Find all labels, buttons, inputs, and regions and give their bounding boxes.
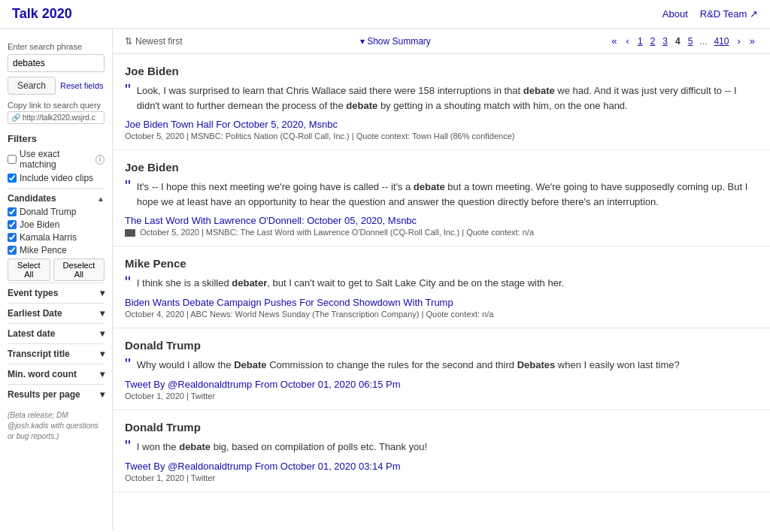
source-meta: October 5, 2020 | MSNBC: Politics Nation… — [125, 131, 758, 141]
earliest-date-section[interactable]: Earliest Date ▾ — [8, 303, 105, 322]
exact-matching-row: Use exact matching i — [8, 149, 105, 170]
quote-block: " Why would I allow the Debate Commissio… — [125, 358, 758, 373]
show-summary-label: Show Summary — [367, 36, 431, 47]
first-page-button[interactable]: « — [608, 35, 620, 47]
source-link[interactable]: The Last Word With Lawrence O'Donnell: O… — [125, 215, 758, 226]
latest-date-chevron-icon: ▾ — [100, 328, 105, 339]
filters-title: Filters — [8, 133, 105, 144]
source-link[interactable]: Tweet By @Realdonaldtrump From October 0… — [125, 379, 758, 390]
exact-matching-checkbox[interactable] — [8, 155, 17, 164]
result-item: Mike Pence " I think she is a skilled de… — [113, 246, 770, 328]
event-types-chevron-icon: ▾ — [100, 288, 105, 298]
result-item: Donald Trump " I won the debate big, bas… — [113, 410, 770, 492]
page-410-button[interactable]: 410 — [711, 35, 731, 47]
page-2-button[interactable]: 2 — [648, 35, 658, 47]
video-clip-icon — [125, 229, 135, 237]
source-link[interactable]: Biden Wants Debate Campaign Pushes For S… — [125, 297, 758, 308]
page-ellipsis: ... — [698, 35, 708, 47]
copy-link-box[interactable]: 🔗 http://talk2020.wsjrd.c — [8, 111, 105, 124]
sort-label-text: Newest first — [135, 36, 183, 47]
result-item: Joe Biden " Look, I was surprised to lea… — [113, 54, 770, 150]
transcript-title-section[interactable]: Transcript title ▾ — [8, 343, 105, 362]
copy-link-label: Copy link to search query — [8, 101, 105, 110]
quote-text: Why would I allow the Debate Commission … — [137, 358, 680, 373]
candidate-row: Kamala Harris — [8, 232, 105, 243]
page-4-button[interactable]: 4 — [673, 35, 683, 47]
earliest-date-label: Earliest Date — [8, 308, 62, 319]
source-meta: October 1, 2020 | Twitter — [125, 473, 758, 482]
speaker-name: Mike Pence — [125, 257, 758, 270]
show-summary-button[interactable]: ▾ Show Summary — [360, 36, 431, 47]
source-meta: October 1, 2020 | Twitter — [125, 391, 758, 401]
speaker-name: Joe Biden — [125, 161, 758, 174]
svg-rect-0 — [125, 229, 132, 237]
rd-team-link[interactable]: R&D Team ↗ — [700, 8, 758, 20]
deselect-all-button[interactable]: Deselect All — [53, 258, 105, 281]
quote-text: Look, I was surprised to learn that Chri… — [137, 83, 758, 113]
quote-text: I think she is a skilled debater, but I … — [137, 276, 564, 291]
source-meta: October 4, 2020 | ABC News: World News S… — [125, 310, 758, 319]
search-input[interactable] — [8, 54, 105, 72]
min-word-count-section[interactable]: Min. word count ▾ — [8, 364, 105, 382]
page-1-button[interactable]: 1 — [635, 35, 645, 47]
results-per-page-chevron-icon: ▾ — [100, 389, 105, 400]
link-icon: 🔗 — [11, 113, 20, 122]
beta-note: (Beta release; DM @josh.kadis with quest… — [8, 410, 105, 442]
source-meta: October 5, 2020 | MSNBC: The Last Word w… — [125, 228, 758, 237]
prev-page-button[interactable]: ‹ — [623, 35, 632, 47]
about-link[interactable]: About — [662, 8, 688, 20]
last-page-button[interactable]: » — [747, 35, 758, 47]
joe-biden-checkbox[interactable] — [8, 220, 17, 229]
results-per-page-section[interactable]: Results per page ▾ — [8, 384, 105, 403]
candidates-list: Donald Trump Joe Biden Kamala Harris Mik… — [8, 207, 105, 255]
quote-block: " It's -- I hope this next meeting we're… — [125, 180, 758, 209]
donald-trump-checkbox[interactable] — [8, 207, 17, 216]
header-links: About R&D Team ↗ — [662, 8, 758, 20]
select-buttons: Select All Deselect All — [8, 258, 105, 281]
video-clips-checkbox[interactable] — [8, 174, 17, 183]
transcript-chevron-icon: ▾ — [100, 349, 105, 359]
quote-mark-icon: " — [125, 178, 131, 209]
earliest-date-chevron-icon: ▾ — [100, 308, 105, 319]
transcript-title-label: Transcript title — [8, 349, 70, 359]
page-3-button[interactable]: 3 — [660, 35, 670, 47]
event-types-section[interactable]: Event types ▾ — [8, 283, 105, 301]
next-page-button[interactable]: › — [734, 35, 743, 47]
candidates-section-header[interactable]: Candidates ▲ — [8, 188, 105, 207]
header: Talk 2020 About R&D Team ↗ — [0, 0, 770, 29]
select-all-button[interactable]: Select All — [8, 258, 50, 281]
sort-icon: ⇅ — [125, 36, 132, 47]
toolbar: ⇅ Newest first ▾ Show Summary « ‹ 1 2 3 … — [113, 29, 770, 54]
kamala-harris-label: Kamala Harris — [20, 232, 77, 243]
candidate-row: Mike Pence — [8, 245, 105, 255]
page-5-button[interactable]: 5 — [686, 35, 696, 47]
result-item: Joe Biden " It's -- I hope this next mee… — [113, 150, 770, 246]
candidate-row: Joe Biden — [8, 219, 105, 230]
search-button[interactable]: Search — [8, 77, 56, 95]
mike-pence-label: Mike Pence — [20, 245, 67, 255]
source-link[interactable]: Joe Biden Town Hall For October 5, 2020,… — [125, 119, 758, 130]
quote-mark-icon: " — [125, 82, 131, 113]
kamala-harris-checkbox[interactable] — [8, 233, 17, 242]
reset-link[interactable]: Reset fields — [60, 81, 103, 90]
results-per-page-label: Results per page — [8, 389, 80, 400]
quote-block: " I think she is a skilled debater, but … — [125, 276, 758, 291]
quote-mark-icon: " — [125, 356, 131, 373]
candidates-chevron-icon: ▲ — [97, 195, 105, 203]
source-link[interactable]: Tweet By @Realdonaldtrump From October 0… — [125, 461, 758, 472]
mike-pence-checkbox[interactable] — [8, 246, 17, 255]
speaker-name: Joe Biden — [125, 65, 758, 77]
sort-selector[interactable]: ⇅ Newest first — [125, 36, 183, 47]
quote-mark-icon: " — [125, 438, 131, 455]
quote-block: " Look, I was surprised to learn that Ch… — [125, 83, 758, 113]
chevron-down-icon: ▾ — [360, 36, 365, 47]
site-title[interactable]: Talk 2020 — [12, 6, 72, 22]
quote-text: I won the debate big, based on compilati… — [137, 440, 427, 455]
latest-date-section[interactable]: Latest date ▾ — [8, 323, 105, 342]
candidates-label: Candidates — [8, 193, 56, 204]
latest-date-label: Latest date — [8, 328, 55, 339]
video-clips-label: Include video clips — [20, 173, 93, 183]
copy-link-value: http://talk2020.wsjrd.c — [23, 113, 95, 122]
info-icon: i — [95, 155, 105, 165]
min-word-count-label: Min. word count — [8, 369, 77, 379]
